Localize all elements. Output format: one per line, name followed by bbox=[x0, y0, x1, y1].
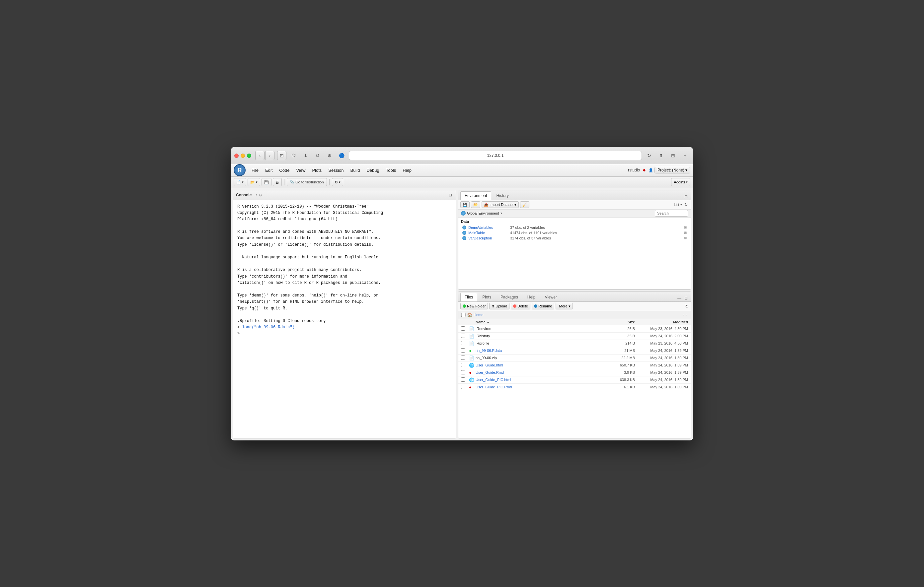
file-cb-3[interactable] bbox=[461, 348, 469, 353]
file-cb-5[interactable] bbox=[461, 363, 469, 368]
back-button[interactable]: ‹ bbox=[255, 151, 264, 160]
menu-edit[interactable]: Edit bbox=[262, 166, 276, 174]
delete-button[interactable]: Delete bbox=[511, 303, 530, 309]
menu-plots[interactable]: Plots bbox=[309, 166, 325, 174]
tab-environment[interactable]: Environment bbox=[460, 191, 491, 200]
env-search-input[interactable] bbox=[655, 210, 688, 217]
more-label: More bbox=[559, 304, 567, 308]
tab-history[interactable]: History bbox=[492, 191, 513, 200]
new-file-button[interactable]: 📄 ▾ bbox=[234, 178, 246, 186]
file-cb-8[interactable] bbox=[461, 385, 469, 390]
tab-help[interactable]: Help bbox=[523, 293, 540, 301]
data-row-grid-2[interactable]: ⊞ bbox=[684, 236, 687, 240]
file-name-2[interactable]: .Rprofile bbox=[475, 341, 608, 345]
data-var-name-2[interactable]: VarDescription bbox=[468, 236, 508, 240]
save-button[interactable]: 💾 bbox=[262, 178, 272, 186]
tab-plots[interactable]: Plots bbox=[478, 293, 495, 301]
console-minimize-btn[interactable]: — bbox=[441, 192, 446, 198]
r-logo: R bbox=[234, 164, 246, 176]
env-refresh-btn[interactable]: ↻ bbox=[683, 202, 689, 207]
home-link[interactable]: Home bbox=[474, 313, 483, 317]
console-path-btn[interactable]: ⊙ bbox=[259, 193, 262, 197]
project-arrow: ▾ bbox=[685, 168, 687, 173]
file-name-7[interactable]: User_Guide_PIC.html bbox=[475, 378, 608, 382]
menu-session[interactable]: Session bbox=[325, 166, 347, 174]
forward-button[interactable]: › bbox=[265, 151, 274, 160]
file-name-6[interactable]: User_Guide.Rmd bbox=[475, 370, 608, 375]
header-name[interactable]: Name ▲ bbox=[475, 320, 608, 324]
close-app-button[interactable]: ● bbox=[643, 167, 646, 173]
new-folder-button[interactable]: New Folder bbox=[460, 303, 488, 309]
print-button[interactable]: 🖨 bbox=[273, 178, 282, 186]
files-minimize-btn[interactable]: — bbox=[677, 296, 682, 301]
ext-icon-1[interactable]: 🛡 bbox=[289, 151, 299, 160]
save-env-button[interactable]: 💾 bbox=[460, 201, 470, 208]
header-size[interactable]: Size bbox=[608, 320, 635, 324]
data-row-grid-0[interactable]: ⊞ bbox=[684, 225, 687, 229]
code-tools-button[interactable]: ⚙ ▾ bbox=[332, 178, 343, 186]
console-command-text-1[interactable]: load("nh_99-06.Rdata") bbox=[242, 325, 294, 330]
sidebar-toggle[interactable]: ⊡ bbox=[277, 151, 286, 160]
add-tab-button[interactable]: ＋ bbox=[680, 151, 690, 160]
file-cb-0[interactable] bbox=[461, 326, 469, 331]
project-selector[interactable]: Project: (None) ▾ bbox=[655, 167, 690, 173]
files-maximize-btn[interactable]: ⊡ bbox=[683, 296, 689, 301]
file-icon-6: ● bbox=[469, 370, 475, 375]
upload-button[interactable]: ⬆ Upload bbox=[489, 303, 510, 309]
file-cb-7[interactable] bbox=[461, 377, 469, 382]
header-modified[interactable]: Modified bbox=[635, 320, 688, 324]
menu-debug[interactable]: Debug bbox=[363, 166, 382, 174]
menu-file[interactable]: File bbox=[248, 166, 262, 174]
data-var-name-1[interactable]: MainTable bbox=[468, 231, 508, 235]
file-name-1[interactable]: .Rhistory bbox=[475, 334, 608, 338]
close-button[interactable] bbox=[234, 153, 239, 158]
tab-packages[interactable]: Packages bbox=[496, 293, 522, 301]
console-maximize-btn[interactable]: ⊡ bbox=[448, 192, 453, 198]
file-name-3[interactable]: nh_99-06.Rdata bbox=[475, 349, 608, 352]
ext-icon-3[interactable]: ↺ bbox=[313, 151, 322, 160]
tab-packages-label: Packages bbox=[500, 295, 518, 299]
file-name-0[interactable]: .Renviron bbox=[475, 327, 608, 330]
addins-button[interactable]: Addins ▾ bbox=[671, 178, 690, 186]
import-dataset-button[interactable]: 📥 Import Dataset ▾ bbox=[482, 201, 519, 208]
minimize-button[interactable] bbox=[241, 153, 245, 158]
env-maximize-btn[interactable]: ⊡ bbox=[683, 194, 689, 199]
refresh-button[interactable]: ↻ bbox=[645, 151, 654, 160]
open-file-button[interactable]: 📂 ▾ bbox=[248, 178, 260, 186]
data-var-name-0[interactable]: DemoVariables bbox=[468, 225, 508, 230]
tab-environment-label: Environment bbox=[465, 193, 487, 198]
files-refresh-btn[interactable]: ↻ bbox=[685, 304, 689, 309]
file-cb-6[interactable] bbox=[461, 370, 469, 375]
ext-icon-5[interactable]: 🔵 bbox=[337, 151, 346, 160]
menu-tools[interactable]: Tools bbox=[383, 166, 399, 174]
kebab-menu-btn[interactable]: ⋯ bbox=[682, 312, 688, 318]
ext-icon-2[interactable]: ⬇ bbox=[301, 151, 310, 160]
load-env-button[interactable]: 📂 bbox=[471, 201, 480, 208]
select-all-checkbox[interactable] bbox=[461, 313, 466, 317]
goto-file-input[interactable]: 📎 Go to file/function bbox=[287, 178, 327, 186]
console-line-14: .Rprofile: Setting 0-Cloud repository bbox=[237, 318, 452, 324]
file-name-4[interactable]: nh_99-06.zip bbox=[475, 356, 608, 360]
file-name-5[interactable]: User_Guide.html bbox=[475, 363, 608, 367]
menu-code[interactable]: Code bbox=[276, 166, 293, 174]
file-cb-2[interactable] bbox=[461, 341, 469, 346]
maximize-button[interactable] bbox=[247, 153, 251, 158]
file-cb-4[interactable] bbox=[461, 355, 469, 360]
data-row-grid-1[interactable]: ⊞ bbox=[684, 231, 687, 235]
menu-build[interactable]: Build bbox=[347, 166, 363, 174]
clear-env-button[interactable]: 🧹 bbox=[520, 201, 530, 208]
menu-help[interactable]: Help bbox=[399, 166, 415, 174]
prompt-1: > bbox=[237, 325, 242, 330]
env-minimize-btn[interactable]: — bbox=[677, 194, 682, 199]
address-bar[interactable]: 127.0.0.1 bbox=[349, 151, 642, 160]
rename-button[interactable]: Rename bbox=[532, 303, 554, 309]
ext-icon-4[interactable]: ⊕ bbox=[325, 151, 334, 160]
tab-viewer[interactable]: Viewer bbox=[540, 293, 561, 301]
menu-view[interactable]: View bbox=[293, 166, 309, 174]
more-button[interactable]: More ▾ bbox=[556, 303, 573, 309]
file-name-8[interactable]: User_Guide_PIC.Rmd bbox=[475, 385, 608, 389]
tab-files[interactable]: Files bbox=[460, 293, 477, 301]
share-button[interactable]: ⬆ bbox=[657, 151, 666, 160]
tab-button[interactable]: ⊞ bbox=[668, 151, 678, 160]
file-cb-1[interactable] bbox=[461, 334, 469, 339]
